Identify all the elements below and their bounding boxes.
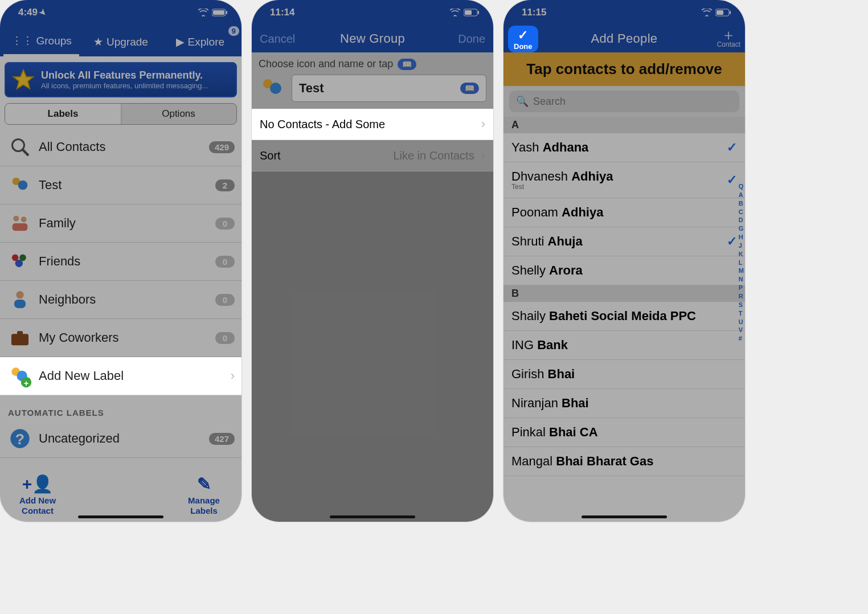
index-letter[interactable]: M [739,267,744,275]
book-icon[interactable]: 📖 [398,59,416,70]
battery-icon [212,9,228,17]
sort-value: Like in Contacts [393,149,474,162]
status-bar: 4:49 ➤ [0,0,241,25]
contact-row[interactable]: Yash Adhana✓ [503,133,745,162]
row-count: 2 [215,179,235,191]
segment-control[interactable]: Labels Options [5,103,237,125]
index-letter[interactable]: A [739,191,744,199]
group-icon-picker[interactable] [259,75,286,102]
row-friends[interactable]: Friends 0 [0,243,241,281]
battery-icon [464,9,480,17]
section-automatic-labels: AUTOMATIC LABELS [0,395,241,420]
svg-rect-1 [213,10,224,15]
status-bar: 11:14 [252,0,493,25]
section-header-B: B [503,285,745,302]
group-icon [7,172,33,198]
contact-row[interactable]: Girish Bhai [503,360,745,389]
cancel-button[interactable]: Cancel [260,25,295,52]
add-contacts-row[interactable]: No Contacts - Add Some › [252,109,493,140]
contact-row[interactable]: Dhvanesh AdhiyaTest✓ [503,162,745,198]
check-icon: ✓ [727,234,737,249]
index-letter[interactable]: H [739,233,744,241]
tab-groups[interactable]: ⋮⋮ Groups [3,28,79,56]
done-button[interactable]: ✓ Done [508,26,538,52]
index-letter[interactable]: D [739,216,744,224]
hint-text: Choose icon and name or tap [259,58,393,70]
tab-upgrade[interactable]: ★ Upgrade [83,28,158,56]
instruction-banner: Tap contacts to add/remove [503,52,745,86]
book-pill-icon[interactable]: 📖 [460,83,479,94]
row-coworkers[interactable]: My Coworkers 0 [0,319,241,357]
contact-name: ING Bank [511,338,568,353]
contact-row[interactable]: Pinkal Bhai CA [503,418,745,447]
index-letter[interactable]: L [739,259,744,267]
index-letter[interactable]: J [739,241,744,250]
row-family[interactable]: Family 0 [0,204,241,243]
sort-row[interactable]: Sort Like in Contacts› [252,140,493,171]
contact-row[interactable]: Poonam Adhiya [503,198,745,227]
segment-labels[interactable]: Labels [5,104,121,124]
location-arrow-icon: ➤ [38,7,49,18]
screen-new-group: 11:14 Cancel New Group Done Choose icon … [252,0,493,522]
person-icon [7,286,33,313]
index-letter[interactable]: V [739,326,744,334]
manage-labels-label: Manage Labels [179,496,229,516]
index-letter[interactable]: R [739,292,744,301]
contact-name: Dhvanesh Adhiya [511,169,613,184]
contact-row[interactable]: Niranjan Bhai [503,389,745,418]
add-contact-button[interactable]: ＋ Contact [717,29,740,49]
row-label: Neighbors [39,292,215,307]
segment-options[interactable]: Options [121,104,236,124]
sort-label: Sort [260,149,281,162]
contact-name: Shelly Arora [511,263,583,278]
contact-row[interactable]: Shruti Ahuja✓ [503,227,745,256]
family-icon [7,210,33,236]
index-letter[interactable]: B [739,199,744,208]
contact-row[interactable]: Shaily Baheti Social Meida PPC [503,302,745,331]
index-letter[interactable]: G [739,224,744,233]
index-letter[interactable]: K [739,250,744,259]
index-letter[interactable]: T [739,309,744,318]
add-contact-label: Add New Contact [13,496,63,516]
manage-labels-button[interactable]: ✎ Manage Labels [179,474,229,516]
check-icon: ✓ [727,173,737,187]
row-label: Uncategorized [39,431,209,446]
row-uncategorized[interactable]: ? Uncategorized 427 [0,420,241,458]
pencil-icon: ✎ [197,474,211,494]
index-letter[interactable]: C [739,208,744,216]
search-input[interactable]: 🔍 Search [509,91,739,112]
section-header-A: A [503,117,745,133]
row-label: Test [39,178,215,193]
unlock-banner[interactable]: Unlock All Features Permanently. All ico… [5,62,237,97]
tab-explore[interactable]: ▶ Explore 9 [162,28,238,56]
wifi-icon [702,9,712,17]
nav-bar: Cancel New Group Done [252,25,493,52]
index-letter[interactable]: # [739,334,744,343]
index-letter[interactable]: Q [739,182,744,191]
row-add-new-label[interactable]: + Add New Label › [0,357,241,395]
svg-text:?: ? [15,431,24,448]
contact-label: Contact [717,40,740,48]
contact-row[interactable]: Shelly Arora [503,256,745,285]
svg-rect-15 [14,300,26,308]
row-all-contacts[interactable]: All Contacts 429 [0,128,241,166]
chevron-right-icon: › [481,148,485,163]
row-label: Friends [39,254,215,269]
alphabet-index[interactable]: QABCDGHJKLMNPRSTUV# [739,182,744,343]
wifi-icon [198,9,208,17]
add-new-contact-button[interactable]: +👤 Add New Contact [13,474,63,516]
index-letter[interactable]: N [739,275,744,284]
index-letter[interactable]: U [739,318,744,326]
contact-row[interactable]: ING Bank [503,331,745,360]
row-test[interactable]: Test 2 [0,166,241,204]
svg-point-28 [270,83,281,94]
home-indicator [582,515,667,518]
group-name-input[interactable]: Test 📖 [292,75,486,102]
done-button[interactable]: Done [458,25,485,52]
index-letter[interactable]: S [739,301,744,309]
row-neighbors[interactable]: Neighbors 0 [0,281,241,319]
svg-point-13 [15,260,23,267]
contact-row[interactable]: Mangal Bhai Bharat Gas [503,447,745,476]
index-letter[interactable]: P [739,284,744,292]
empty-area [252,171,493,522]
